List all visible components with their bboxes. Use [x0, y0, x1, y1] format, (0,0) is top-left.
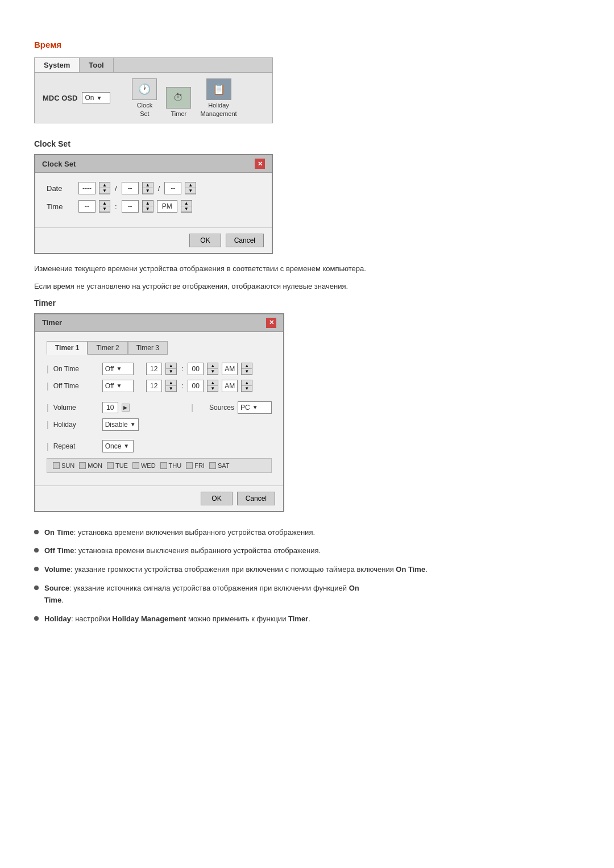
off-time-ampm-spin[interactable]: ▲ ▼ — [241, 380, 252, 392]
tab-system[interactable]: System — [35, 58, 80, 72]
date-day-spin[interactable]: ▲ ▼ — [185, 182, 196, 194]
timer-ok-button[interactable]: OK — [201, 492, 232, 505]
sun-checkbox[interactable] — [53, 462, 60, 469]
time-field-min[interactable]: -- — [122, 200, 139, 213]
time-min-up[interactable]: ▲ — [143, 201, 153, 206]
time-period-down[interactable]: ▼ — [181, 206, 192, 212]
timer-icon: ⏱ — [166, 87, 191, 109]
thu-checkbox[interactable] — [160, 462, 167, 469]
clock-set-close-button[interactable]: ✕ — [255, 159, 265, 169]
on-time-min-spin[interactable]: ▲ ▼ — [207, 363, 218, 375]
off-time-ampm-down[interactable]: ▼ — [242, 386, 252, 392]
tue-checkbox[interactable] — [107, 462, 114, 469]
clock-desc-1: Изменение текущего времени устройства от… — [34, 263, 580, 275]
day-fri[interactable]: FRI — [186, 462, 205, 469]
on-time-hour-spin[interactable]: ▲ ▼ — [165, 363, 177, 375]
on-time-hour-down[interactable]: ▼ — [166, 369, 176, 375]
off-time-ampm[interactable]: AM — [222, 380, 238, 392]
sources-label: Sources — [209, 404, 234, 412]
time-period-up[interactable]: ▲ — [181, 201, 192, 206]
off-time-hour-spin[interactable]: ▲ ▼ — [165, 380, 177, 392]
timer-close-button[interactable]: ✕ — [266, 318, 276, 328]
date-month-down[interactable]: ▼ — [143, 188, 153, 194]
volume-right-arrow[interactable]: ▶ — [122, 404, 130, 412]
on-time-ampm-up[interactable]: ▲ — [242, 363, 252, 369]
tab-tool[interactable]: Tool — [80, 58, 113, 72]
mdc-osd-dropdown[interactable]: On ▼ — [82, 92, 110, 103]
on-time-ampm[interactable]: AM — [222, 363, 238, 375]
timer-tab-3[interactable]: Timer 3 — [128, 341, 168, 355]
day-wed[interactable]: WED — [132, 462, 156, 469]
date-year-spin[interactable]: ▲ ▼ — [99, 182, 110, 194]
mon-checkbox[interactable] — [79, 462, 86, 469]
date-month-spin[interactable]: ▲ ▼ — [142, 182, 154, 194]
day-sat[interactable]: SAT — [209, 462, 230, 469]
off-time-min-spin[interactable]: ▲ ▼ — [207, 380, 218, 392]
day-tue[interactable]: TUE — [107, 462, 128, 469]
time-period-value[interactable]: PM — [157, 200, 177, 213]
timer-cancel-button[interactable]: Cancel — [237, 492, 275, 505]
on-time-min-up[interactable]: ▲ — [208, 363, 218, 369]
bullet-dot-5 — [34, 616, 39, 621]
date-field-month[interactable]: -- — [122, 182, 139, 194]
on-time-min-down[interactable]: ▼ — [208, 369, 218, 375]
wed-checkbox[interactable] — [132, 462, 139, 469]
timer-dialog-title: Timer — [42, 318, 62, 327]
on-time-min[interactable]: 00 — [188, 363, 204, 375]
repeat-value: Once — [105, 442, 122, 450]
off-time-min-up[interactable]: ▲ — [208, 380, 218, 386]
off-time-hour-down[interactable]: ▼ — [166, 386, 176, 392]
clock-set-dialog-title: Clock Set — [42, 160, 76, 168]
off-time-ampm-up[interactable]: ▲ — [242, 380, 252, 386]
timer-tab-1[interactable]: Timer 1 — [47, 341, 88, 355]
list-item-ontime: On Time: установка времени включения выб… — [34, 527, 580, 539]
timer-icon-item[interactable]: ⏱ Timer — [166, 87, 191, 117]
holiday-label2: Management — [200, 110, 237, 117]
off-time-min-down[interactable]: ▼ — [208, 386, 218, 392]
date-field-day[interactable]: -- — [164, 182, 181, 194]
off-time-dropdown[interactable]: Off ▼ — [102, 380, 134, 392]
time-hour-up[interactable]: ▲ — [99, 201, 110, 206]
off-time-hour[interactable]: 12 — [146, 380, 162, 392]
holiday-dropdown[interactable]: Disable ▼ — [102, 418, 139, 431]
holiday-bold: Holiday — [44, 614, 71, 623]
on-time-row: | On Time Off ▼ 12 ▲ ▼ : 00 ▲ ▼ AM ▲ ▼ — [47, 363, 272, 375]
time-field-hour[interactable]: -- — [78, 200, 96, 213]
on-time-label: On Time — [53, 365, 99, 373]
on-time-dropdown[interactable]: Off ▼ — [102, 363, 134, 375]
time-min-down[interactable]: ▼ — [143, 206, 153, 212]
date-day-up[interactable]: ▲ — [185, 182, 196, 188]
volume-ontime-bold: On Time — [396, 565, 425, 574]
date-month-up[interactable]: ▲ — [143, 182, 153, 188]
clock-cancel-button[interactable]: Cancel — [226, 234, 264, 247]
day-sun[interactable]: SUN — [53, 462, 74, 469]
time-sep: : — [114, 202, 118, 211]
on-time-hour[interactable]: 12 — [146, 363, 162, 375]
clock-set-icon-item[interactable]: 🕐 Clock Set — [132, 78, 157, 117]
timer-tab-2[interactable]: Timer 2 — [88, 341, 127, 355]
fri-checkbox[interactable] — [186, 462, 193, 469]
time-hour-spin[interactable]: ▲ ▼ — [99, 200, 110, 213]
holiday-icon-item[interactable]: 📋 Holiday Management — [200, 78, 237, 117]
time-min-spin[interactable]: ▲ ▼ — [142, 200, 154, 213]
sat-checkbox[interactable] — [209, 462, 216, 469]
timer-tabs: Timer 1 Timer 2 Timer 3 — [47, 341, 272, 355]
date-field-year[interactable]: ---- — [78, 182, 96, 194]
repeat-bar: | — [47, 442, 49, 451]
date-day-down[interactable]: ▼ — [185, 188, 196, 194]
clock-ok-button[interactable]: OK — [189, 234, 221, 247]
timer-label: Timer — [171, 110, 187, 117]
date-year-down[interactable]: ▼ — [99, 188, 110, 194]
sources-dropdown[interactable]: PC ▼ — [238, 401, 272, 414]
on-time-hour-up[interactable]: ▲ — [166, 363, 176, 369]
on-time-ampm-spin[interactable]: ▲ ▼ — [241, 363, 252, 375]
day-mon[interactable]: MON — [79, 462, 102, 469]
repeat-dropdown[interactable]: Once ▼ — [102, 440, 134, 452]
off-time-min[interactable]: 00 — [188, 380, 204, 392]
time-period-spin[interactable]: ▲ ▼ — [181, 200, 192, 213]
on-time-ampm-down[interactable]: ▼ — [242, 369, 252, 375]
day-thu[interactable]: THU — [160, 462, 182, 469]
date-year-up[interactable]: ▲ — [99, 182, 110, 188]
off-time-hour-up[interactable]: ▲ — [166, 380, 176, 386]
time-hour-down[interactable]: ▼ — [99, 206, 110, 212]
